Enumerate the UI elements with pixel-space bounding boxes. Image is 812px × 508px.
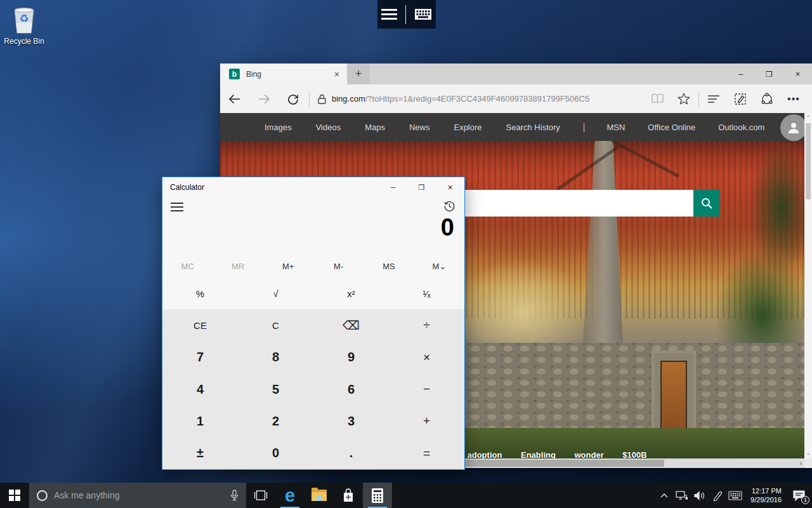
bing-search-box	[465, 190, 720, 217]
taskbar-file-explorer-button[interactable]	[304, 483, 334, 508]
calc-key-seven[interactable]: 7	[162, 342, 238, 373]
microphone-icon[interactable]	[230, 490, 239, 501]
more-actions-icon[interactable]: •••	[780, 93, 807, 105]
vertical-scrollbar[interactable]: ⌃ ⌄	[804, 113, 812, 458]
tab-close-button[interactable]: ×	[332, 69, 342, 79]
bing-search-button[interactable]	[693, 190, 720, 217]
network-icon[interactable]	[674, 483, 690, 508]
bing-nav-images[interactable]: Images	[265, 123, 292, 132]
recycle-bin-label: Recycle Bin	[4, 37, 44, 46]
bing-nav-news[interactable]: News	[409, 123, 430, 132]
clock-date: 9/29/2016	[750, 495, 782, 504]
memory-flyout[interactable]: M⌄	[414, 255, 464, 277]
edge-minimize-button[interactable]: –	[726, 64, 755, 84]
calc-key-square[interactable]: x²	[313, 277, 389, 309]
touch-keyboard-tray-icon[interactable]	[728, 483, 743, 508]
calc-key-nine[interactable]: 9	[313, 342, 389, 373]
calc-key-square-root[interactable]: √	[238, 277, 313, 309]
calc-key-four[interactable]: 4	[162, 373, 238, 405]
refresh-icon[interactable]	[278, 93, 308, 105]
calc-key-minus[interactable]: −	[389, 373, 464, 405]
address-divider-2	[698, 91, 699, 107]
calc-key-clear-entry[interactable]: CE	[162, 309, 238, 341]
calc-key-six[interactable]: 6	[313, 373, 389, 405]
edge-maximize-button[interactable]: ❒	[755, 64, 783, 84]
reading-view-icon[interactable]	[644, 93, 671, 104]
calculator-titlebar[interactable]: Calculator – ❒ ×	[162, 177, 464, 197]
calc-key-multiply[interactable]: ×	[389, 342, 464, 373]
calc-key-one[interactable]: 1	[162, 405, 238, 437]
cortana-placeholder: Ask me anything	[54, 490, 224, 500]
calc-key-zero[interactable]: 0	[238, 438, 313, 469]
bing-nav-outlook.com[interactable]: Outlook.com	[718, 123, 764, 132]
calc-key-clear[interactable]: C	[238, 309, 313, 341]
scroll-down-arrow[interactable]: ⌄	[804, 450, 812, 457]
volume-icon[interactable]	[692, 483, 707, 508]
taskbar-store-button[interactable]	[334, 483, 363, 508]
taskbar-calculator-button[interactable]	[363, 483, 392, 508]
bing-nav-videos[interactable]: Videos	[316, 123, 341, 132]
calc-key-two[interactable]: 2	[238, 405, 313, 437]
share-icon[interactable]	[754, 93, 780, 105]
edge-close-button[interactable]: ×	[783, 64, 812, 84]
forward-icon[interactable]	[249, 93, 278, 105]
calc-key-plus[interactable]: +	[389, 405, 464, 437]
recycle-bin-glyph: ♻	[10, 5, 38, 36]
windows-ink-icon[interactable]	[710, 483, 725, 508]
calc-key-negate[interactable]: ±	[162, 438, 238, 469]
task-view-button[interactable]	[246, 483, 275, 508]
calc-key-backspace[interactable]: ⌫	[313, 309, 389, 341]
new-tab-button[interactable]: +	[347, 64, 370, 84]
calc-key-five[interactable]: 5	[238, 373, 313, 405]
dock-menu-icon[interactable]	[381, 9, 397, 20]
edge-address-bar: bing.com/?toHttps=1&redig=4E0F3CC4349F46…	[220, 84, 812, 113]
bing-search-input[interactable]	[465, 190, 693, 217]
edge-window-controls: – ❒ ×	[726, 64, 812, 84]
calc-key-reciprocal[interactable]: ¹⁄ₓ	[389, 277, 464, 309]
calculator-minimize-button[interactable]: –	[379, 177, 407, 197]
url-field[interactable]: bing.com/?toHttps=1&redig=4E0F3CC4349F46…	[311, 93, 644, 105]
taskbar-edge-button[interactable]: e	[275, 483, 304, 508]
memory-add[interactable]: M+	[263, 255, 313, 277]
bing-nav-office-online[interactable]: Office Online	[648, 123, 695, 132]
vertical-scroll-thumb[interactable]	[806, 123, 811, 199]
bing-nav-maps[interactable]: Maps	[365, 123, 385, 132]
bing-nav-explore[interactable]: Explore	[454, 123, 481, 132]
dock-divider	[405, 5, 406, 24]
calculator-maximize-button[interactable]: ❒	[407, 177, 436, 197]
history-icon[interactable]	[443, 200, 455, 212]
memory-clear[interactable]: MC	[162, 255, 213, 277]
start-button[interactable]	[0, 483, 29, 508]
url-domain: bing.com	[332, 94, 365, 104]
scroll-up-arrow[interactable]: ⌃	[804, 114, 812, 122]
favorites-star-icon[interactable]	[671, 93, 697, 105]
scroll-right-arrow[interactable]: ›	[799, 458, 802, 468]
tray-expand-icon[interactable]	[657, 483, 672, 508]
calc-key-eight[interactable]: 8	[238, 342, 313, 373]
memory-recall[interactable]: MR	[213, 255, 263, 277]
bing-nav-msn[interactable]: MSN	[606, 123, 625, 132]
calc-key-decimal[interactable]: .	[313, 438, 389, 469]
back-icon[interactable]	[220, 93, 249, 105]
memory-subtract[interactable]: M-	[313, 255, 363, 277]
hub-icon[interactable]	[700, 94, 727, 104]
calc-key-three[interactable]: 3	[313, 405, 389, 437]
sign-in-avatar[interactable]	[780, 114, 807, 141]
taskbar-clock[interactable]: 12:17 PM 9/29/2016	[745, 486, 787, 504]
action-center-button[interactable]: 1	[789, 483, 808, 508]
notification-badge: 1	[801, 496, 809, 504]
memory-store[interactable]: MS	[363, 255, 414, 277]
touch-keyboard-icon[interactable]	[414, 8, 432, 20]
calculator-menu-icon[interactable]	[171, 203, 183, 211]
calc-key-equals[interactable]: =	[389, 438, 464, 469]
browser-tab-bing[interactable]: b Bing ×	[220, 64, 347, 84]
svg-text:♻: ♻	[19, 12, 29, 25]
web-note-icon[interactable]	[727, 93, 754, 105]
store-icon	[342, 488, 355, 502]
bing-nav-search-history[interactable]: Search History	[506, 123, 560, 132]
calc-key-percent[interactable]: %	[162, 277, 238, 309]
cortana-search-box[interactable]: Ask me anything	[29, 483, 246, 508]
recycle-bin-icon[interactable]: ♻ Recycle Bin	[4, 5, 44, 46]
calculator-close-button[interactable]: ×	[436, 177, 464, 197]
calc-key-divide[interactable]: ÷	[389, 309, 464, 341]
